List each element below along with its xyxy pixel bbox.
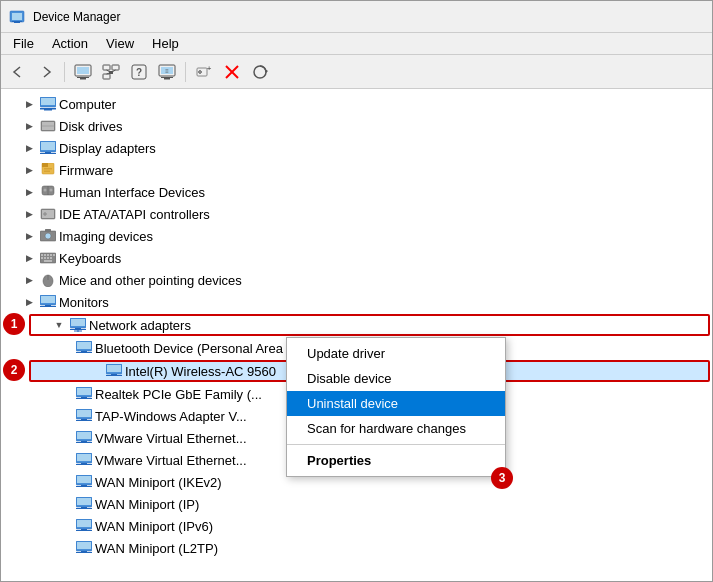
label-firmware: Firmware bbox=[59, 163, 113, 178]
monitors-icon bbox=[40, 294, 56, 310]
ctx-properties[interactable]: Properties bbox=[287, 448, 505, 473]
svg-rect-14 bbox=[109, 71, 113, 74]
menu-bar: File Action View Help bbox=[1, 33, 712, 55]
toolbar: ? ≡ + bbox=[1, 55, 712, 89]
expand-monitors[interactable]: ▶ bbox=[21, 294, 37, 310]
label-wan-ikev2: WAN Miniport (IKEv2) bbox=[95, 475, 222, 490]
ctx-disable-device[interactable]: Disable device bbox=[287, 366, 505, 391]
tree-item-monitors[interactable]: ▶ Monitors bbox=[1, 291, 712, 313]
svg-point-48 bbox=[50, 189, 53, 192]
svg-rect-97 bbox=[77, 432, 91, 439]
bluetooth-icon bbox=[76, 340, 92, 356]
svg-rect-65 bbox=[50, 257, 52, 259]
keyboard-icon bbox=[40, 250, 56, 266]
svg-point-54 bbox=[45, 233, 51, 239]
resources-button[interactable]: ≡ bbox=[154, 59, 180, 85]
menu-file[interactable]: File bbox=[5, 34, 42, 53]
svg-rect-9 bbox=[112, 65, 119, 70]
hid-icon bbox=[40, 184, 56, 200]
svg-marker-42 bbox=[42, 163, 48, 167]
svg-rect-85 bbox=[107, 365, 121, 372]
vmware2-icon bbox=[76, 452, 92, 468]
svg-rect-105 bbox=[77, 476, 91, 483]
tree-item-display[interactable]: ▶ Display adapters bbox=[1, 137, 712, 159]
display-icon bbox=[40, 140, 56, 156]
svg-rect-24 bbox=[198, 71, 202, 73]
titlebar-icon bbox=[9, 9, 25, 25]
menu-help[interactable]: Help bbox=[144, 34, 187, 53]
svg-rect-71 bbox=[41, 296, 55, 303]
add-hardware-button[interactable]: + bbox=[191, 59, 217, 85]
tree-item-keyboards[interactable]: ▶ Keyboar bbox=[1, 247, 712, 269]
tree-item-hid[interactable]: ▶ Human Interface Devices bbox=[1, 181, 712, 203]
expand-display[interactable]: ▶ bbox=[21, 140, 37, 156]
tree-item-mice[interactable]: ▶ Mice and other pointing devices bbox=[1, 269, 712, 291]
scan-button[interactable] bbox=[247, 59, 273, 85]
tree-item-firmware[interactable]: ▶ Firmware bbox=[1, 159, 712, 181]
tree-item-computer[interactable]: ▶ Computer bbox=[1, 93, 712, 115]
toolbar-sep-1 bbox=[64, 62, 65, 82]
title-bar: Device Manager bbox=[1, 1, 712, 33]
computer-view-button[interactable] bbox=[70, 59, 96, 85]
label-wan-ip: WAN Miniport (IP) bbox=[95, 497, 199, 512]
expand-network[interactable]: ▼ bbox=[51, 317, 67, 333]
svg-rect-107 bbox=[81, 485, 87, 487]
help-button[interactable]: ? bbox=[126, 59, 152, 85]
ctx-update-driver[interactable]: Update driver bbox=[287, 341, 505, 366]
tree-item-imaging[interactable]: ▶ Imaging devices bbox=[1, 225, 712, 247]
imaging-icon bbox=[40, 228, 56, 244]
expand-computer[interactable]: ▶ bbox=[21, 96, 37, 112]
svg-rect-43 bbox=[44, 168, 52, 170]
label-realtek: Realtek PCIe GbE Family (... bbox=[95, 387, 262, 402]
expand-keyboards[interactable]: ▶ bbox=[21, 250, 37, 266]
tree-item-wan-l2tp[interactable]: ▶ WAN Miniport (L2TP) bbox=[1, 537, 712, 559]
svg-rect-101 bbox=[77, 454, 91, 461]
svg-rect-44 bbox=[44, 171, 50, 173]
svg-rect-73 bbox=[45, 305, 51, 307]
wan-l2tp-icon bbox=[76, 540, 92, 556]
expand-ide[interactable]: ▶ bbox=[21, 206, 37, 222]
badge-1: 1 bbox=[3, 313, 25, 335]
svg-rect-38 bbox=[41, 142, 55, 150]
expand-hid[interactable]: ▶ bbox=[21, 184, 37, 200]
menu-view[interactable]: View bbox=[98, 34, 142, 53]
ide-icon bbox=[40, 206, 56, 222]
svg-rect-19 bbox=[161, 77, 173, 78]
svg-rect-33 bbox=[44, 109, 52, 111]
svg-rect-62 bbox=[41, 257, 43, 259]
svg-point-47 bbox=[44, 189, 47, 192]
forward-button[interactable] bbox=[33, 59, 59, 85]
tree-item-wan-ip[interactable]: ▶ WAN Miniport (IP) bbox=[1, 493, 712, 515]
svg-rect-55 bbox=[45, 229, 51, 232]
network-view-button[interactable] bbox=[98, 59, 124, 85]
tree-item-disk-drives[interactable]: ▶ Disk drives bbox=[1, 115, 712, 137]
tree-view[interactable]: ▶ Computer ▶ bbox=[1, 89, 712, 581]
remove-button[interactable] bbox=[219, 59, 245, 85]
svg-rect-93 bbox=[77, 410, 91, 417]
disk-icon bbox=[40, 118, 56, 134]
svg-rect-1 bbox=[12, 13, 22, 20]
vmware1-icon bbox=[76, 430, 92, 446]
svg-rect-87 bbox=[111, 374, 117, 376]
ctx-uninstall-device[interactable]: Uninstall device bbox=[287, 391, 505, 416]
expand-mice[interactable]: ▶ bbox=[21, 272, 37, 288]
label-vmware2: VMware Virtual Ethernet... bbox=[95, 453, 247, 468]
firmware-icon bbox=[40, 162, 56, 178]
label-tap: TAP-Windows Adapter V... bbox=[95, 409, 247, 424]
svg-rect-3 bbox=[14, 22, 20, 23]
back-button[interactable] bbox=[5, 59, 31, 85]
expand-firmware[interactable]: ▶ bbox=[21, 162, 37, 178]
label-monitors: Monitors bbox=[59, 295, 109, 310]
svg-rect-113 bbox=[77, 520, 91, 527]
tree-item-wan-ipv6[interactable]: ▶ WAN Miniport (IPv6) bbox=[1, 515, 712, 537]
svg-rect-40 bbox=[45, 152, 51, 154]
expand-imaging[interactable]: ▶ bbox=[21, 228, 37, 244]
menu-action[interactable]: Action bbox=[44, 34, 96, 53]
expand-disk[interactable]: ▶ bbox=[21, 118, 37, 134]
svg-rect-63 bbox=[44, 257, 46, 259]
tree-item-ide[interactable]: ▶ IDE ATA/ATAPI controllers bbox=[1, 203, 712, 225]
svg-rect-64 bbox=[47, 257, 49, 259]
svg-rect-83 bbox=[81, 351, 87, 353]
tree-item-network-adapters[interactable]: ▼ Network adapters bbox=[29, 314, 710, 336]
ctx-scan-hardware[interactable]: Scan for hardware changes bbox=[287, 416, 505, 441]
